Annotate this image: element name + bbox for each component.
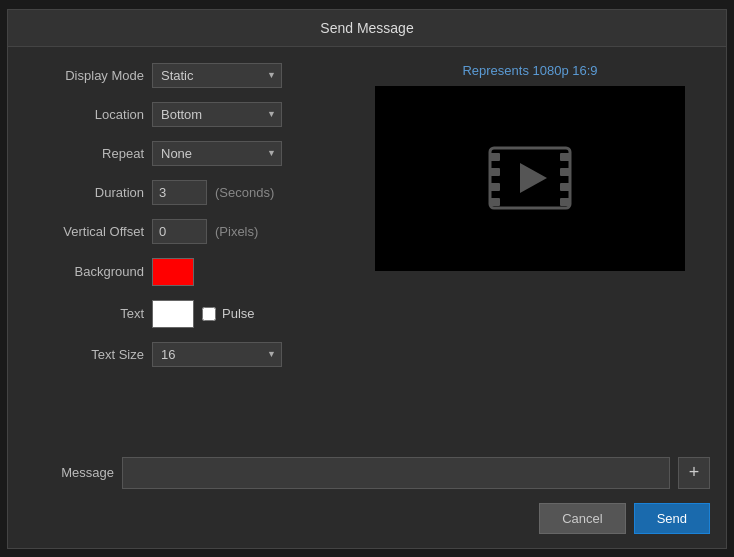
- text-row: Text Pulse: [24, 300, 334, 328]
- vertical-offset-input[interactable]: [152, 219, 207, 244]
- send-message-dialog: Send Message Display Mode Static Scroll …: [7, 9, 727, 549]
- display-mode-label: Display Mode: [24, 68, 144, 83]
- svg-rect-1: [490, 153, 500, 161]
- film-icon: [485, 143, 575, 213]
- dialog-title: Send Message: [8, 10, 726, 47]
- text-size-select-wrapper: 12 14 16 18 24 32: [152, 342, 282, 367]
- display-mode-row: Display Mode Static Scroll Fade: [24, 63, 334, 88]
- text-label: Text: [24, 306, 144, 321]
- duration-input[interactable]: [152, 180, 207, 205]
- repeat-label: Repeat: [24, 146, 144, 161]
- svg-rect-6: [560, 168, 570, 176]
- text-size-row: Text Size 12 14 16 18 24 32: [24, 342, 334, 367]
- location-select[interactable]: Top Bottom Center: [152, 102, 282, 127]
- background-row: Background: [24, 258, 334, 286]
- repeat-select[interactable]: None Loop Bounce: [152, 141, 282, 166]
- display-mode-select-wrapper: Static Scroll Fade: [152, 63, 282, 88]
- background-color-swatch[interactable]: [152, 258, 194, 286]
- add-button[interactable]: +: [678, 457, 710, 489]
- svg-rect-5: [560, 153, 570, 161]
- svg-rect-8: [560, 198, 570, 206]
- button-row: Cancel Send: [8, 503, 726, 548]
- preview-label: Represents 1080p 16:9: [462, 63, 597, 78]
- pulse-checkbox[interactable]: [202, 307, 216, 321]
- location-label: Location: [24, 107, 144, 122]
- svg-rect-2: [490, 168, 500, 176]
- preview-box: [375, 86, 685, 271]
- vertical-offset-row: Vertical Offset (Pixels): [24, 219, 334, 244]
- svg-rect-4: [490, 198, 500, 206]
- background-label: Background: [24, 264, 144, 279]
- left-panel: Display Mode Static Scroll Fade Location…: [24, 63, 334, 445]
- text-size-label: Text Size: [24, 347, 144, 362]
- svg-rect-3: [490, 183, 500, 191]
- cancel-button[interactable]: Cancel: [539, 503, 625, 534]
- location-select-wrapper: Top Bottom Center: [152, 102, 282, 127]
- repeat-row: Repeat None Loop Bounce: [24, 141, 334, 166]
- duration-row: Duration (Seconds): [24, 180, 334, 205]
- dialog-content: Display Mode Static Scroll Fade Location…: [8, 47, 726, 445]
- duration-unit: (Seconds): [215, 185, 274, 200]
- location-row: Location Top Bottom Center: [24, 102, 334, 127]
- pulse-wrapper: Pulse: [202, 306, 255, 321]
- text-color-swatch[interactable]: [152, 300, 194, 328]
- send-button[interactable]: Send: [634, 503, 710, 534]
- duration-label: Duration: [24, 185, 144, 200]
- message-label: Message: [24, 465, 114, 480]
- message-input[interactable]: [122, 457, 670, 489]
- display-mode-select[interactable]: Static Scroll Fade: [152, 63, 282, 88]
- right-panel: Represents 1080p 16:9: [350, 63, 710, 445]
- vertical-offset-unit: (Pixels): [215, 224, 258, 239]
- vertical-offset-label: Vertical Offset: [24, 224, 144, 239]
- message-row: Message +: [8, 445, 726, 503]
- svg-rect-7: [560, 183, 570, 191]
- pulse-label: Pulse: [222, 306, 255, 321]
- svg-marker-9: [520, 163, 547, 193]
- repeat-select-wrapper: None Loop Bounce: [152, 141, 282, 166]
- text-size-select[interactable]: 12 14 16 18 24 32: [152, 342, 282, 367]
